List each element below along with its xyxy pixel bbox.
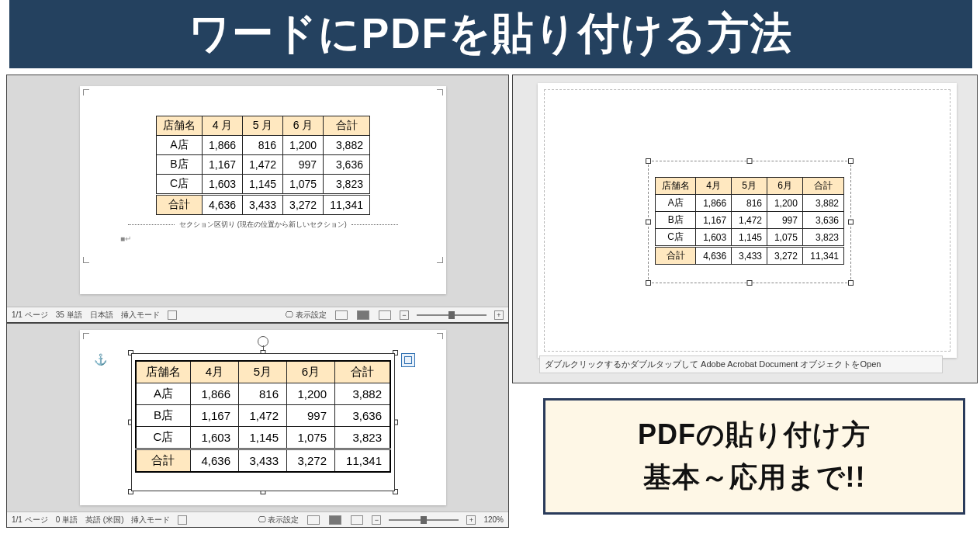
- view-web-layout-button[interactable]: [351, 515, 363, 525]
- cell: 3,882: [802, 195, 843, 212]
- status-language: 日本語: [90, 310, 113, 321]
- paragraph-bullet: ■↵: [120, 234, 424, 243]
- callout-box: PDFの貼り付け方 基本～応用まで!!: [543, 398, 965, 515]
- crop-mark: [83, 255, 91, 263]
- table-total-row: 合計 4,636 3,433 3,272 11,341: [136, 449, 390, 473]
- view-read-mode-button[interactable]: [307, 515, 320, 525]
- status-macro-icon[interactable]: [168, 310, 177, 320]
- pasted-image-object[interactable]: 店舗名 4月 5月 6月 合計 A店 1,866 816 1,200 3,882: [131, 353, 395, 491]
- cell: 1,866: [190, 383, 238, 405]
- view-read-mode-button[interactable]: [335, 310, 348, 320]
- view-web-layout-button[interactable]: [379, 310, 391, 320]
- cell: 1,866: [203, 136, 243, 155]
- status-insert-mode: 挿入モード: [121, 310, 160, 321]
- cell: 1,075: [767, 229, 803, 247]
- cell: 816: [238, 383, 286, 405]
- table-row: B店 1,167 1,472 997 3,636: [136, 405, 390, 427]
- status-macro-icon[interactable]: [178, 515, 187, 525]
- crop-mark: [435, 255, 443, 263]
- crop-mark: [435, 89, 443, 97]
- view-print-layout-button[interactable]: [329, 515, 341, 525]
- cell-store: B店: [157, 155, 203, 175]
- cell: 3,882: [335, 383, 390, 405]
- display-settings-button[interactable]: 🖵 表示設定: [286, 310, 327, 321]
- cell-store: C店: [157, 175, 203, 195]
- table-row[interactable]: B店 1,167 1,472 997 3,636: [157, 155, 370, 175]
- cell: 3,433: [243, 195, 283, 215]
- table-header-row: 店舗名 4月 5月 6月 合計: [656, 178, 844, 195]
- sales-table-acrobat: 店舗名 4月 5月 6月 合計 A店 1,866 816 1,200 3,882: [655, 177, 844, 265]
- col-may: 5月: [238, 361, 286, 383]
- cell-store: B店: [136, 405, 190, 427]
- cell: 1,866: [696, 195, 732, 212]
- anchor-icon[interactable]: ⚓: [94, 353, 107, 366]
- resize-handle[interactable]: [646, 158, 651, 164]
- status-page: 1/1 ページ: [12, 515, 48, 525]
- cell: 1,145: [243, 175, 283, 195]
- section-break-label: セクション区切り (現在の位置から新しいセクション): [179, 220, 347, 228]
- zoom-percent[interactable]: 120%: [483, 515, 504, 524]
- resize-handle[interactable]: [848, 280, 854, 286]
- zoom-slider[interactable]: [389, 519, 459, 521]
- sales-table-editable[interactable]: 店舗名 4 月 5 月 6 月 合計 A店 1,866 816 1,200 3,…: [156, 116, 370, 215]
- resize-handle[interactable]: [646, 220, 651, 225]
- acrobat-embedded-object[interactable]: 店舗名 4月 5月 6月 合計 A店 1,866 816 1,200 3,882: [648, 161, 851, 283]
- col-apr: 4 月: [203, 116, 243, 136]
- cell: 997: [287, 405, 335, 427]
- cell: 997: [283, 155, 324, 175]
- zoom-in-button[interactable]: +: [466, 515, 476, 525]
- cell: 3,823: [324, 175, 370, 195]
- resize-handle[interactable]: [747, 280, 753, 286]
- cell: 816: [732, 195, 767, 212]
- cell-total-label: 合計: [157, 195, 203, 215]
- word-page-ul: 店舗名 4 月 5 月 6 月 合計 A店 1,866 816 1,200 3,…: [80, 86, 446, 294]
- zoom-out-button[interactable]: −: [400, 310, 409, 320]
- col-total: 合計: [335, 361, 390, 383]
- crop-mark: [83, 89, 91, 97]
- resize-handle[interactable]: [646, 280, 651, 286]
- table-total-row[interactable]: 合計 4,636 3,433 3,272 11,341: [157, 195, 370, 215]
- cell-store: C店: [656, 229, 696, 247]
- crop-mark: [83, 333, 91, 341]
- status-words: 0 単語: [56, 515, 78, 525]
- cell: 11,341: [324, 195, 370, 215]
- display-settings-button[interactable]: 🖵 表示設定: [258, 515, 300, 525]
- table-header-row: 店舗名 4 月 5 月 6 月 合計: [157, 116, 370, 136]
- cell: 1,200: [283, 136, 324, 155]
- col-total: 合計: [802, 178, 843, 195]
- resize-handle[interactable]: [848, 158, 854, 164]
- resize-handle[interactable]: [848, 220, 854, 225]
- zoom-out-button[interactable]: −: [372, 515, 381, 525]
- col-may: 5 月: [243, 116, 283, 136]
- cell-total-label: 合計: [136, 449, 190, 473]
- cell: 1,145: [238, 427, 286, 449]
- cell: 4,636: [696, 247, 732, 265]
- col-jun: 6月: [767, 178, 803, 195]
- panel-word-acrobat-object: 店舗名 4月 5月 6月 合計 A店 1,866 816 1,200 3,882: [512, 75, 978, 383]
- sales-table-image: 店舗名 4月 5月 6月 合計 A店 1,866 816 1,200 3,882: [135, 360, 391, 473]
- cell: 1,075: [287, 427, 335, 449]
- zoom-slider[interactable]: [417, 314, 487, 316]
- cell: 1,167: [190, 405, 238, 427]
- cell: 3,433: [238, 449, 286, 473]
- cell: 1,145: [732, 229, 767, 247]
- word-page-r: 店舗名 4月 5月 6月 合計 A店 1,866 816 1,200 3,882: [538, 83, 957, 358]
- layout-options-button[interactable]: [401, 353, 415, 367]
- col-total: 合計: [324, 116, 370, 136]
- word-statusbar-ul: 1/1 ページ 35 単語 日本語 挿入モード 🖵 表示設定 − +: [7, 307, 508, 322]
- cell: 1,472: [732, 212, 767, 229]
- title-banner: ワードにPDFを貼り付ける方法: [9, 0, 972, 68]
- table-row[interactable]: C店 1,603 1,145 1,075 3,823: [157, 175, 370, 195]
- cell: 3,636: [324, 155, 370, 175]
- cell-store: C店: [136, 427, 190, 449]
- cell: 1,603: [203, 175, 243, 195]
- status-insert-mode: 挿入モード: [131, 515, 170, 525]
- table-row[interactable]: A店 1,866 816 1,200 3,882: [157, 136, 370, 155]
- cell: 3,272: [287, 449, 335, 473]
- zoom-in-button[interactable]: +: [494, 310, 504, 320]
- resize-handle[interactable]: [747, 158, 753, 164]
- col-may: 5月: [732, 178, 767, 195]
- view-print-layout-button[interactable]: [357, 310, 369, 320]
- cell: 1,472: [243, 155, 283, 175]
- crop-mark: [435, 333, 443, 341]
